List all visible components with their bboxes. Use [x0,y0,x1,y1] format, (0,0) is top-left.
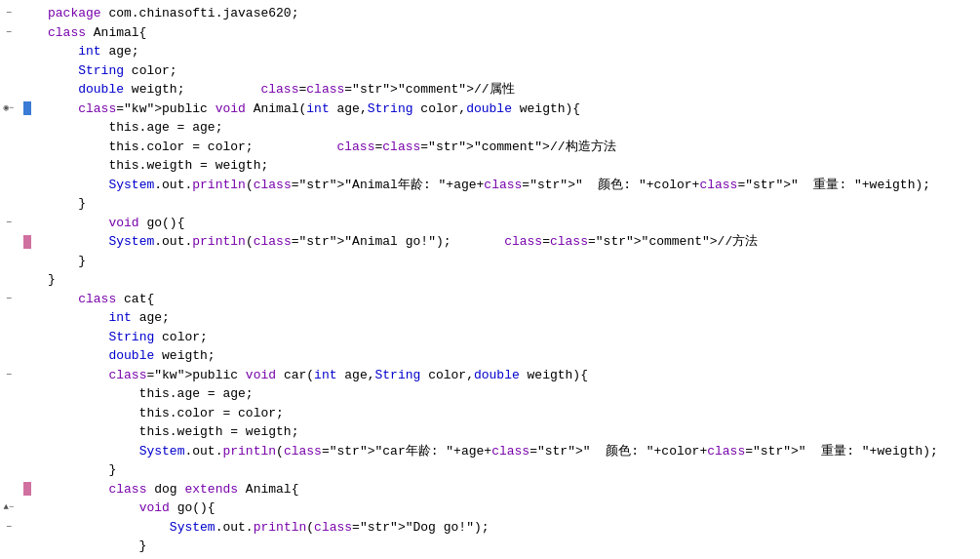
code-content: String color; [44,61,177,81]
code-line: this.color = color; class=class="str">"c… [0,138,980,157]
code-line: } [0,252,980,271]
code-line: String color; [0,328,980,347]
code-line: double weigth; [0,346,980,366]
code-content: int age; [44,42,139,61]
gutter-icons: − [4,370,23,379]
code-line: System.out.println(class="str">"Animal g… [0,232,980,252]
code-line: } [0,556,980,560]
line-gutter [0,235,44,249]
code-line: double weigth; class=class="str">"commen… [0,80,980,100]
code-content: System.out.println(class="str">"car年龄: "… [44,442,938,461]
code-content: System.out.println(class="str">"Animal g… [44,232,758,252]
code-content: } [44,252,86,271]
code-line: − class cat{ [0,290,980,309]
line-gutter [0,482,44,496]
code-content: int age; [44,308,170,328]
code-content: this.age = age; [44,384,254,404]
code-line: − class="kw">public void car(int age,Str… [0,366,980,385]
line-gutter: − [0,27,44,37]
code-line: } [0,537,980,556]
code-line: System.out.println(class="str">"Animal年龄… [0,176,980,195]
code-content: } [44,556,116,560]
code-content: } [44,537,146,556]
code-line: int age; [0,42,980,61]
code-line: −class Animal{ [0,23,980,43]
code-line: − System.out.println(class="str">"Dog go… [0,518,980,538]
code-content: class Animal{ [44,23,146,43]
gutter-icons: ◉− [4,103,23,113]
code-content: double weigth; class=class="str">"commen… [44,80,515,100]
line-gutter: ◉− [0,101,44,115]
fold-icon[interactable]: − [4,294,14,303]
code-editor: −package com.chinasofti.javase620;−class… [0,0,980,559]
code-line: this.color = color; [0,404,980,423]
code-line: this.weigth = weigth; [0,422,980,442]
code-content: this.age = age; [44,118,222,138]
gutter-icons: − [4,522,23,532]
gutter-icons: ▲− [4,503,23,513]
line-gutter: − [0,522,44,532]
code-content: } [44,460,116,480]
code-content: void go(){ [44,214,184,233]
code-content: double weigth; [44,346,216,366]
code-line: int age; [0,308,980,328]
code-line: this.weigth = weigth; [0,156,980,176]
code-line: } [0,270,980,290]
code-line: this.age = age; [0,118,980,138]
gutter-icons: − [4,294,23,303]
gutter-icons: − [4,218,23,227]
code-line: this.age = age; [0,384,980,404]
code-line: System.out.println(class="str">"car年龄: "… [0,442,980,461]
gutter-icons: − [4,9,23,19]
fold-icon[interactable]: − [4,522,14,532]
code-content: this.weigth = weigth; [44,156,268,176]
fold-icon[interactable]: − [4,9,14,19]
code-line: ◉− class="kw">public void Animal(int age… [0,100,980,119]
bookmark-icon [23,235,31,249]
code-line: } [0,194,980,214]
code-line: class dog extends Animal{ [0,480,980,499]
line-gutter: − [0,294,44,303]
line-gutter: − [0,218,44,227]
code-line: } [0,460,980,480]
code-content: this.color = color; [44,404,284,423]
code-content: System.out.println(class="str">"Dog go!"… [44,518,490,538]
fold-icon[interactable]: − [4,218,14,227]
code-content: class cat{ [44,290,154,309]
code-content: System.out.println(class="str">"Animal年龄… [44,176,930,195]
fold-icon[interactable]: ◉− [4,103,14,113]
line-gutter: − [0,9,44,19]
line-gutter: − [0,370,44,379]
code-content: class dog extends Animal{ [44,480,298,499]
code-content: class="kw">public void Animal(int age,St… [44,100,580,119]
fold-icon[interactable]: − [4,27,14,37]
code-content: this.weigth = weigth; [44,422,298,442]
bookmark-icon [23,101,31,115]
line-gutter: ▲− [0,503,44,513]
code-content: class="kw">public void car(int age,Strin… [44,366,588,385]
fold-icon[interactable]: ▲− [4,503,14,513]
gutter-icons: − [4,27,23,37]
code-content: } [44,270,56,290]
code-line: −package com.chinasofti.javase620; [0,4,980,23]
code-content: this.color = color; class=class="str">"c… [44,138,616,157]
code-line: String color; [0,61,980,81]
code-content: String color; [44,328,208,347]
code-content: } [44,194,86,214]
code-content: void go(){ [44,499,216,518]
bookmark-icon [23,482,31,496]
code-content: package com.chinasofti.javase620; [44,4,298,23]
fold-icon[interactable]: − [4,370,14,379]
code-line: − void go(){ [0,214,980,233]
code-line: ▲− void go(){ [0,499,980,518]
